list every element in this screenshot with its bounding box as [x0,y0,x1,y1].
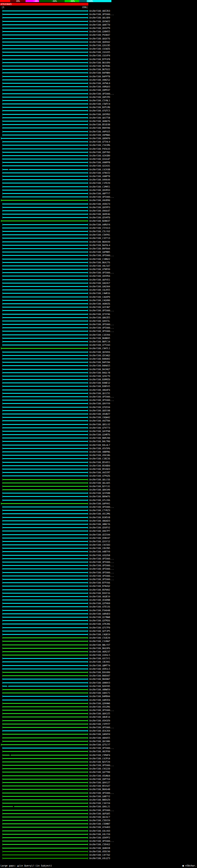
alignment-row[interactable]: UniRef100_C5DNN7 [0,822,197,826]
alignment-row[interactable]: UniRef100_Q54J69 [0,729,197,733]
alignment-row[interactable]: UniRef100_A8NW59 [0,688,197,691]
alignment-bar[interactable] [2,813,88,814]
alignment-row[interactable]: UniRef100_C3A724 [0,802,197,805]
alignment-bar[interactable] [2,658,88,659]
alignment-row[interactable]: UniRef100_Q54DN8 [0,598,197,602]
alignment-bar[interactable] [2,706,88,707]
hit-label[interactable]: UniRef100_B6TE86 [89,65,110,67]
alignment-bar[interactable] [2,703,88,704]
hit-label[interactable]: UniRef100_C1GRW7 [89,640,110,643]
alignment-bar[interactable] [2,417,88,418]
alignment-row[interactable]: UniRef100_Q5CWQ2 [0,354,197,357]
alignment-row[interactable]: UniRef100_Q09127 [0,781,197,784]
alignment-row[interactable]: UniRef100_P93847 [0,33,197,37]
alignment-bar[interactable] [2,483,88,484]
alignment-row[interactable]: UniRef100_Q6D198 [0,409,197,412]
alignment-row[interactable]: UniRef100_P45633 [0,147,197,151]
alignment-bar[interactable] [2,479,88,480]
alignment-row[interactable]: UniRef100_B3TLM0 [0,105,197,109]
hit-label[interactable]: UniRef100_UPI000... [89,578,114,581]
alignment-bar[interactable] [2,710,88,711]
alignment-bar[interactable] [2,469,88,470]
alignment-bar[interactable] [2,234,88,235]
alignment-row[interactable]: UniRef100_Q4PBB5 [0,250,197,254]
alignment-bar[interactable] [2,534,88,535]
hit-label[interactable]: UniRef100_Q7S7F0 [89,627,110,629]
hit-label[interactable]: UniRef100_A7QTC5 [89,110,110,112]
hit-label[interactable]: UniRef100_Q9SM33 [89,189,110,191]
alignment-bar[interactable] [2,303,88,304]
alignment-bar[interactable] [2,224,88,225]
alignment-row[interactable]: UniRef100_A4B7V9 [0,550,197,553]
alignment-row[interactable]: UniRef100_B9HYH0 [0,126,197,130]
hit-label[interactable]: UniRef100_Q5KPF2 [89,837,110,839]
alignment-bar[interactable] [2,66,88,66]
alignment-row[interactable]: UniRef100_Q08770 [0,23,197,27]
hit-label[interactable]: UniRef100_B3B5V5 [89,385,110,388]
alignment-row[interactable]: UniRef100_Q2TJP5 [0,629,197,633]
hit-label[interactable]: UniRef100_Q5R1L5 [89,668,110,670]
hit-label[interactable]: UniRef100_Q4Q3G7 [89,282,110,284]
alignment-row[interactable]: UniRef100_A7LCK6 [0,498,197,502]
alignment-row[interactable]: UniRef100_C5LYU2 [0,230,197,233]
hit-label[interactable]: UniRef100_C4J938 [89,168,110,171]
hit-label[interactable]: UniRef100_Q9FYN3 [89,151,110,154]
hit-label[interactable]: UniRef100_A9NZS2 [89,79,110,81]
alignment-row[interactable]: UniRef100_A4H171 [0,691,197,695]
alignment-row[interactable]: UniRef100_Q79773 [0,426,197,430]
alignment-bar[interactable] [1,220,88,221]
hit-label[interactable]: UniRef100_C5DNN7 [89,823,110,825]
alignment-bar[interactable] [2,162,88,163]
alignment-row[interactable]: UniRef100_UPI000... [0,330,197,333]
alignment-bar[interactable] [2,844,88,845]
alignment-row[interactable]: UniRef100_A7T243 [0,343,197,347]
hit-label[interactable]: UniRef100_B3GGR0 [89,671,110,674]
alignment-bar[interactable] [2,445,88,445]
alignment-row[interactable]: UniRef100_C4WR16 [0,291,197,295]
hit-label[interactable]: UniRef100_B6AJ76 [89,261,110,264]
alignment-bar[interactable] [2,555,88,556]
hit-label[interactable]: UniRef100_A1DGL5 [89,654,110,656]
alignment-bar[interactable] [2,262,88,263]
alignment-bar[interactable] [2,579,88,580]
alignment-bar[interactable] [2,562,88,563]
hit-label[interactable]: UniRef100_B7FGF8 [89,58,110,61]
hit-label[interactable]: UniRef100_UPI000... [89,196,114,198]
alignment-row[interactable]: UniRef100_A8JF09 [0,750,197,753]
alignment-bar[interactable] [2,700,88,701]
alignment-bar[interactable] [2,723,88,724]
alignment-row[interactable]: UniRef100_B9F844 [0,247,197,250]
hit-label[interactable]: UniRef100_A3LQ73 [89,857,110,860]
hit-label[interactable]: UniRef100_Q4B7Y2 [89,795,110,798]
alignment-row[interactable]: UniRef100_B6T022 [0,68,197,71]
alignment-row[interactable]: UniRef100_O22431 [0,164,197,167]
alignment-row[interactable]: UniRef100_A7NPX9 [0,268,197,271]
alignment-bar[interactable] [2,506,88,507]
hit-label[interactable]: UniRef100_Q0DKF0 [89,137,110,140]
alignment-row[interactable]: UniRef100_C4QXP0 [0,295,197,299]
alignment-bar[interactable] [2,627,88,628]
alignment-bar[interactable] [1,503,88,504]
alignment-row[interactable]: UniRef100_Q4YP98 [0,430,197,433]
alignment-row[interactable]: UniRef100_Q5KPF2 [0,836,197,839]
alignment-row[interactable]: UniRef100_Q6C086 [0,740,197,743]
alignment-row[interactable]: UniRef100_Q5ZS94 [0,533,197,536]
hit-label[interactable]: UniRef100_C6SVF4 [89,55,110,57]
alignment-bar[interactable] [2,665,88,666]
alignment-bar[interactable] [2,661,88,662]
hit-label[interactable]: UniRef100_B2VT29 [89,761,110,763]
alignment-row[interactable]: UniRef100_Q6LAD9 [0,16,197,20]
alignment-row[interactable]: UniRef100_A4RUY4 [0,223,197,226]
alignment-bar[interactable] [2,765,88,766]
alignment-bar[interactable] [2,655,88,655]
alignment-row[interactable]: UniRef100_C6SVX5 [0,51,197,54]
hit-label[interactable]: UniRef100_C6SWZ6 [89,48,110,50]
hit-label[interactable]: UniRef100_B6BB95 [89,337,110,340]
hit-label[interactable]: UniRef100_Q54J69 [89,730,110,732]
hit-label[interactable]: UniRef100_A9RQA3 [89,86,110,88]
hit-label[interactable]: UniRef100_A7E3J6 [89,606,110,608]
alignment-row[interactable]: UniRef100_UPI000... [0,571,197,574]
alignment-bar[interactable] [2,69,88,70]
alignment-row[interactable]: UniRef100_B2HYH5 [0,684,197,688]
alignment-bar[interactable] [2,682,88,683]
